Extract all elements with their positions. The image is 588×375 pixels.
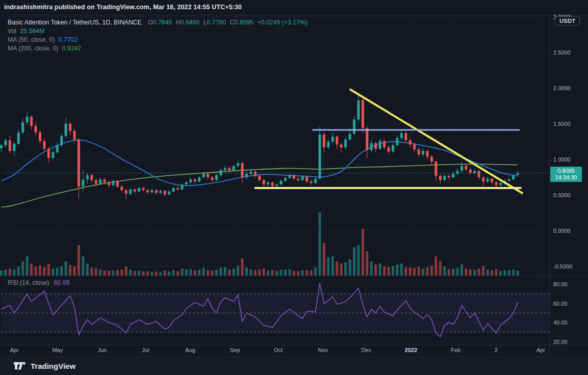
volume-bar [349, 259, 351, 276]
candle-body [327, 142, 329, 147]
volume-bar [202, 268, 205, 276]
candle-body [495, 182, 498, 185]
candle-body [517, 173, 519, 175]
volume-bar [430, 266, 433, 276]
candle-body [434, 162, 437, 176]
candle-body [388, 147, 390, 151]
volume-bar [233, 269, 235, 276]
candle-body [237, 163, 239, 166]
price-tick-label: 1.0000 [553, 156, 571, 163]
volume-bar [443, 266, 446, 276]
high-label: H [176, 19, 181, 26]
candle-body [465, 166, 467, 170]
tradingview-chart-snapshot: indrashishmitra published on TradingView… [0, 0, 588, 375]
volume-bar [69, 265, 71, 276]
rsi-tick-label: 60.00 [553, 301, 568, 307]
chart-canvas[interactable] [0, 0, 588, 375]
rsi-tick-label: 80.00 [553, 281, 568, 287]
candle-body [198, 177, 200, 181]
candle-body [314, 179, 317, 183]
volume-bar [379, 263, 381, 276]
candle-body [159, 191, 162, 193]
volume-bar [319, 212, 321, 276]
volume-bar [237, 266, 239, 276]
volume-bar [13, 270, 15, 276]
volume-bar [263, 269, 265, 276]
volume-bar [409, 267, 412, 276]
volume-bar [176, 271, 179, 276]
rsi-legend-row[interactable]: RSI (14, close) 60.99 [8, 279, 70, 286]
candle-body [400, 133, 403, 138]
candle-body [30, 117, 33, 126]
tradingview-brand-link[interactable]: TradingView [14, 360, 75, 371]
candle-body [138, 188, 140, 192]
candle-body [95, 180, 97, 184]
volume-bar [400, 263, 403, 276]
candle-body [168, 192, 170, 195]
candle-body [413, 145, 416, 150]
candle-body [499, 183, 502, 185]
candle-body [194, 179, 196, 181]
candle-body [426, 151, 429, 156]
candle-body [366, 128, 368, 150]
volume-bar [267, 271, 269, 276]
volume-bar [383, 266, 386, 276]
volume-bar [517, 271, 519, 276]
candle-body [9, 140, 11, 151]
volume-bar [172, 270, 175, 276]
candle-body [284, 178, 287, 181]
candle-body [78, 140, 80, 186]
candle-body [409, 140, 412, 144]
volume-bar [293, 271, 295, 276]
volume-bar [146, 271, 149, 276]
volume-bar [404, 267, 407, 276]
high-value: 0.8480 [181, 19, 200, 26]
symbol-row[interactable]: Basic Attention Token / TetherUS, 1D, BI… [8, 18, 308, 27]
volume-bar [116, 270, 119, 276]
volume-bar [305, 270, 308, 276]
candle-body [473, 171, 476, 173]
ma50-row[interactable]: MA (50, close, 0) 0.7702 [8, 36, 308, 44]
volume-bar [150, 272, 153, 276]
unit-badge[interactable]: USDT [555, 16, 580, 25]
candle-body [297, 179, 299, 180]
candle-body [374, 143, 377, 149]
volume-bar [452, 269, 454, 276]
time-tick-label: 2 [495, 347, 498, 353]
candle-body [99, 179, 101, 183]
volume-bar [86, 263, 89, 276]
candle-body [508, 179, 510, 181]
volume-bar [250, 269, 252, 276]
volume-bar [392, 266, 394, 276]
volume-bar [189, 269, 192, 276]
volume-bar [142, 272, 145, 276]
candle-body [250, 172, 252, 174]
candle-body [181, 184, 184, 190]
candle-body [478, 171, 480, 177]
close-value: 0.8095 [234, 19, 253, 26]
volume-bar [448, 269, 450, 276]
volume-bar [331, 256, 334, 276]
volume-row[interactable]: Vol 25.564M [8, 27, 308, 36]
candle-body [245, 174, 248, 177]
volume-bar [344, 262, 347, 276]
volume-bar [194, 271, 196, 276]
candle-body [189, 179, 192, 182]
volume-bar [26, 256, 29, 276]
ma200-row[interactable]: MA (200, close, 0) 0.9247 [8, 44, 308, 53]
volume-bar [164, 271, 166, 276]
volume-bar [478, 269, 480, 276]
candle-body [129, 190, 132, 194]
volume-bar [108, 271, 110, 276]
price-tick-label: 1.5000 [553, 121, 571, 127]
candle-body [65, 124, 67, 136]
volume-bar [288, 269, 291, 276]
volume-bar [374, 264, 377, 276]
candle-body [469, 170, 472, 173]
volume-bar [254, 270, 257, 276]
candle-body [349, 134, 351, 140]
volume-bar [185, 270, 188, 276]
candle-body [491, 179, 493, 182]
candle-body [258, 176, 261, 180]
candle-body [305, 177, 308, 182]
